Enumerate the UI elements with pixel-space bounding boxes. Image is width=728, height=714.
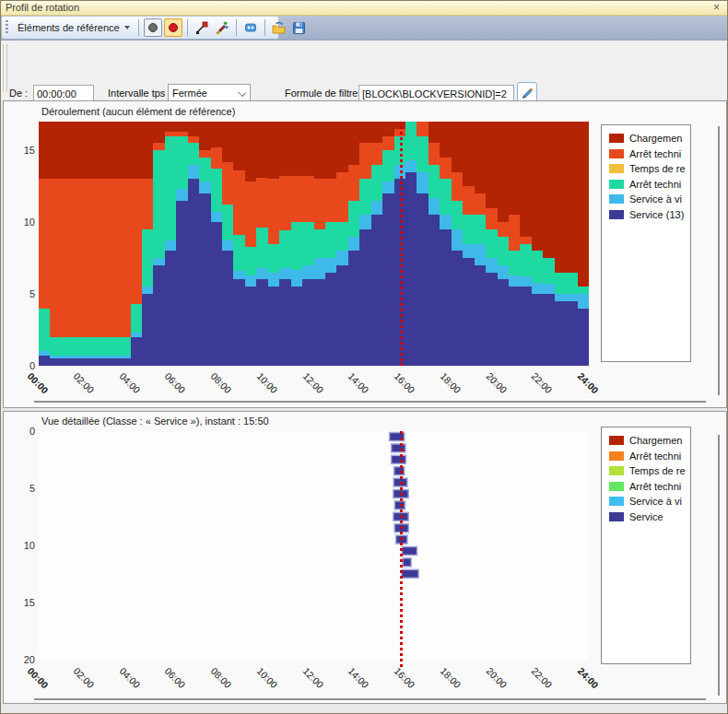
chart-title: Déroulement (aucun élément de référence) bbox=[41, 106, 235, 117]
y-tick-label: 5 bbox=[7, 288, 35, 299]
reference-marker-off-button[interactable] bbox=[144, 18, 162, 37]
close-icon[interactable]: × bbox=[713, 1, 720, 14]
edit-filter-button[interactable] bbox=[517, 82, 537, 102]
x-tick-label: 14:00 bbox=[346, 370, 371, 395]
x-tick-label: 10:00 bbox=[254, 665, 279, 690]
legend-swatch-icon bbox=[609, 210, 624, 219]
toolbar: Éléments de référence bbox=[2, 17, 278, 39]
brush-icon bbox=[215, 21, 229, 35]
y-tick-label: 15 bbox=[7, 145, 35, 156]
legend-swatch-icon bbox=[609, 497, 624, 506]
legend-label: Temps de re bbox=[629, 465, 686, 476]
de-label: De : bbox=[9, 88, 28, 99]
service-interval-bar bbox=[392, 444, 405, 452]
legend-item: Arrêt techni bbox=[609, 479, 690, 495]
x-tick-label: 22:00 bbox=[530, 665, 555, 690]
toolbar-grip-handle[interactable] bbox=[6, 20, 8, 35]
y-tick-label: 5 bbox=[7, 483, 35, 494]
chevron-down-icon bbox=[124, 26, 130, 29]
legend-swatch-icon bbox=[609, 164, 624, 173]
title-bar: Profil de rotation × bbox=[1, 1, 727, 16]
gray-circle-icon bbox=[147, 21, 159, 34]
legend-label: Service à vi bbox=[629, 193, 682, 205]
y-tick-label: 10 bbox=[7, 217, 35, 228]
legend-item: Arrêt techni bbox=[609, 177, 690, 193]
y-tick-label: 20 bbox=[7, 654, 35, 665]
open-folder-icon bbox=[272, 21, 286, 35]
horizontal-zoom-slider[interactable] bbox=[34, 401, 706, 403]
x-tick-label: 18:00 bbox=[438, 370, 463, 395]
legend-item: Chargemen bbox=[609, 433, 690, 449]
x-tick-label: 00:00 bbox=[26, 370, 51, 395]
x-tick-label: 14:00 bbox=[346, 665, 371, 690]
pencil-icon bbox=[521, 86, 534, 99]
x-tick-label: 02:00 bbox=[71, 370, 96, 395]
x-tick-label: 16:00 bbox=[393, 665, 417, 690]
legend-item: Service à vi bbox=[609, 192, 690, 207]
vue-detaillee-chart-panel: Vue détaillée (Classe : « Service »), in… bbox=[3, 411, 727, 704]
y-tick-label: 0 bbox=[7, 360, 35, 371]
legend-label: Arrêt techni bbox=[629, 179, 681, 190]
legend-label: Service à vi bbox=[629, 496, 682, 507]
legend-label: Service bbox=[629, 511, 663, 522]
save-button[interactable] bbox=[290, 18, 309, 37]
window-title: Profil de rotation bbox=[6, 2, 79, 13]
intervalle-tps-value: Fermée bbox=[172, 88, 207, 99]
x-tick-label: 00:00 bbox=[26, 665, 51, 690]
service-interval-bar bbox=[402, 569, 418, 578]
service-interval-bar bbox=[403, 558, 411, 567]
legend-item: Temps de re bbox=[609, 161, 690, 177]
form-grip-handle bbox=[3, 44, 7, 92]
vue-detaillee-legend: ChargemenArrêt techniTemps de reArrêt te… bbox=[601, 427, 691, 664]
deroulement-legend: ChargemenArrêt techniTemps de reArrêt te… bbox=[601, 124, 691, 362]
service-interval-bar bbox=[392, 455, 406, 463]
stacked-area-chart bbox=[39, 122, 589, 366]
legend-swatch-icon bbox=[609, 466, 624, 475]
legend-item: Temps de re bbox=[609, 463, 690, 479]
legend-swatch-icon bbox=[609, 134, 624, 143]
toolbar-strip: Éléments de référence bbox=[1, 16, 727, 40]
format-classes-button[interactable] bbox=[213, 18, 231, 37]
deroulement-chart-panel: Déroulement (aucun élément de référence)… bbox=[3, 100, 727, 408]
x-tick-label: 22:00 bbox=[530, 370, 555, 395]
legend-item: Service à vi bbox=[609, 494, 690, 509]
legend-swatch-icon bbox=[609, 149, 624, 158]
vertical-zoom-slider[interactable] bbox=[718, 435, 720, 696]
toolbar-separator bbox=[138, 19, 139, 36]
y-tick-label: 15 bbox=[7, 597, 35, 608]
horizontal-zoom-slider[interactable] bbox=[34, 698, 706, 700]
open-button[interactable] bbox=[270, 18, 288, 37]
fit-interval-button[interactable] bbox=[241, 18, 260, 37]
formule-de-filtre-label: Formule de filtre : bbox=[285, 88, 364, 99]
reference-link-button[interactable] bbox=[193, 18, 211, 37]
elements-de-reference-dropdown[interactable]: Éléments de référence bbox=[14, 20, 134, 35]
interval-bar-chart bbox=[39, 431, 589, 660]
x-tick-label: 06:00 bbox=[163, 370, 188, 395]
legend-swatch-icon bbox=[609, 436, 624, 445]
intervalle-tps-select[interactable]: Fermée bbox=[168, 84, 251, 101]
x-tick-label: 18:00 bbox=[438, 665, 463, 690]
x-tick-label: 02:00 bbox=[71, 665, 96, 690]
instant-marker-line bbox=[400, 122, 403, 366]
x-tick-label: 10:00 bbox=[254, 370, 279, 395]
legend-label: Service (13) bbox=[629, 209, 684, 220]
service-interval-bar bbox=[402, 547, 417, 556]
y-tick-label: 0 bbox=[7, 426, 35, 437]
x-tick-label: 08:00 bbox=[209, 665, 234, 690]
vue-detaillee-plot-area[interactable] bbox=[39, 431, 589, 660]
x-tick-label: 24:00 bbox=[576, 665, 601, 690]
chart-title: Vue détaillée (Classe : « Service »), in… bbox=[41, 416, 269, 427]
x-tick-label: 20:00 bbox=[484, 665, 509, 690]
legend-swatch-icon bbox=[609, 194, 624, 204]
profil-de-rotation-window: Profil de rotation × Éléments de référen… bbox=[0, 0, 728, 714]
x-tick-label: 20:00 bbox=[484, 370, 509, 395]
link-node-icon bbox=[195, 21, 208, 34]
reference-marker-on-button[interactable] bbox=[164, 18, 182, 37]
red-circle-icon bbox=[167, 21, 180, 34]
deroulement-plot-area[interactable] bbox=[39, 122, 589, 366]
vertical-zoom-slider[interactable] bbox=[718, 126, 720, 395]
legend-item: Service (13) bbox=[609, 207, 690, 223]
x-tick-label: 04:00 bbox=[117, 370, 142, 395]
toolbar-separator bbox=[187, 19, 188, 36]
legend-label: Arrêt techni bbox=[629, 148, 681, 159]
